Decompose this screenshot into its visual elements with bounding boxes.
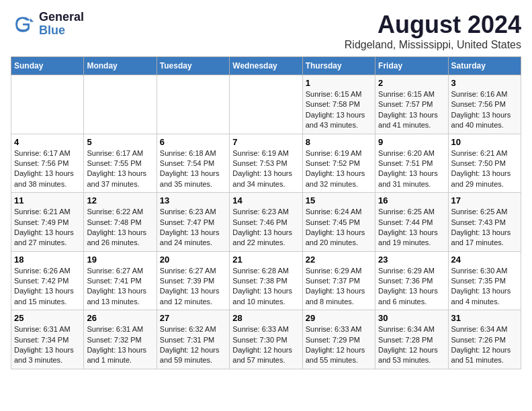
day-number: 25	[14, 313, 81, 323]
day-number: 9	[378, 137, 445, 147]
logo-icon	[11, 12, 35, 36]
day-cell: 19Sunrise: 6:27 AMSunset: 7:41 PMDayligh…	[84, 251, 157, 310]
day-info: Sunrise: 6:34 AMSunset: 7:28 PMDaylight:…	[378, 324, 445, 366]
day-number: 27	[160, 313, 226, 323]
header-tuesday: Tuesday	[157, 57, 229, 75]
week-row-2: 4Sunrise: 6:17 AMSunset: 7:56 PMDaylight…	[11, 134, 521, 193]
day-info: Sunrise: 6:31 AMSunset: 7:34 PMDaylight:…	[14, 324, 81, 366]
header: General Blue August 2024 Ridgeland, Miss…	[11, 11, 521, 51]
day-info: Sunrise: 6:17 AMSunset: 7:56 PMDaylight:…	[14, 148, 81, 190]
day-info: Sunrise: 6:26 AMSunset: 7:42 PMDaylight:…	[14, 266, 81, 308]
day-info: Sunrise: 6:33 AMSunset: 7:30 PMDaylight:…	[232, 324, 299, 366]
header-monday: Monday	[84, 57, 157, 75]
day-cell: 20Sunrise: 6:27 AMSunset: 7:39 PMDayligh…	[157, 251, 229, 310]
day-cell: 28Sunrise: 6:33 AMSunset: 7:30 PMDayligh…	[230, 310, 302, 369]
calendar-table: SundayMondayTuesdayWednesdayThursdayFrid…	[11, 56, 521, 369]
day-number: 24	[451, 255, 518, 265]
title-area: August 2024 Ridgeland, Mississippi, Unit…	[345, 11, 521, 51]
header-wednesday: Wednesday	[230, 57, 302, 75]
day-number: 21	[232, 255, 299, 265]
day-number: 15	[306, 195, 372, 205]
day-number: 6	[160, 137, 226, 147]
day-cell: 14Sunrise: 6:23 AMSunset: 7:46 PMDayligh…	[230, 193, 302, 252]
day-number: 23	[378, 255, 445, 265]
day-info: Sunrise: 6:17 AMSunset: 7:55 PMDaylight:…	[87, 148, 153, 190]
logo: General Blue	[11, 11, 84, 38]
day-number: 5	[87, 137, 153, 147]
day-number: 22	[306, 255, 372, 265]
day-number: 10	[451, 137, 518, 147]
day-cell: 10Sunrise: 6:21 AMSunset: 7:50 PMDayligh…	[448, 134, 521, 193]
day-cell	[84, 75, 157, 134]
day-cell: 1Sunrise: 6:15 AMSunset: 7:58 PMDaylight…	[302, 75, 375, 134]
week-row-5: 25Sunrise: 6:31 AMSunset: 7:34 PMDayligh…	[11, 310, 521, 369]
subtitle: Ridgeland, Mississippi, United States	[345, 39, 521, 51]
day-cell: 4Sunrise: 6:17 AMSunset: 7:56 PMDaylight…	[11, 134, 84, 193]
day-cell: 31Sunrise: 6:34 AMSunset: 7:26 PMDayligh…	[448, 310, 521, 369]
day-number: 11	[14, 195, 81, 205]
day-number: 8	[306, 137, 372, 147]
day-info: Sunrise: 6:22 AMSunset: 7:48 PMDaylight:…	[87, 207, 153, 248]
header-sunday: Sunday	[11, 57, 84, 75]
day-cell: 12Sunrise: 6:22 AMSunset: 7:48 PMDayligh…	[84, 193, 157, 252]
header-thursday: Thursday	[302, 57, 375, 75]
day-cell: 22Sunrise: 6:29 AMSunset: 7:37 PMDayligh…	[302, 251, 375, 310]
day-cell: 30Sunrise: 6:34 AMSunset: 7:28 PMDayligh…	[375, 310, 448, 369]
week-row-4: 18Sunrise: 6:26 AMSunset: 7:42 PMDayligh…	[11, 251, 521, 310]
day-cell: 3Sunrise: 6:16 AMSunset: 7:56 PMDaylight…	[448, 75, 521, 134]
day-info: Sunrise: 6:21 AMSunset: 7:49 PMDaylight:…	[14, 207, 81, 248]
day-cell: 18Sunrise: 6:26 AMSunset: 7:42 PMDayligh…	[11, 251, 84, 310]
day-cell: 2Sunrise: 6:15 AMSunset: 7:57 PMDaylight…	[375, 75, 448, 134]
day-info: Sunrise: 6:30 AMSunset: 7:35 PMDaylight:…	[451, 266, 518, 308]
day-number: 31	[451, 313, 518, 323]
day-cell: 24Sunrise: 6:30 AMSunset: 7:35 PMDayligh…	[448, 251, 521, 310]
day-info: Sunrise: 6:34 AMSunset: 7:26 PMDaylight:…	[451, 324, 518, 366]
day-info: Sunrise: 6:19 AMSunset: 7:52 PMDaylight:…	[306, 148, 372, 190]
day-cell: 23Sunrise: 6:29 AMSunset: 7:36 PMDayligh…	[375, 251, 448, 310]
day-number: 12	[87, 195, 153, 205]
day-info: Sunrise: 6:27 AMSunset: 7:41 PMDaylight:…	[87, 266, 153, 308]
day-number: 28	[232, 313, 299, 323]
day-info: Sunrise: 6:28 AMSunset: 7:38 PMDaylight:…	[232, 266, 299, 308]
day-cell: 27Sunrise: 6:32 AMSunset: 7:31 PMDayligh…	[157, 310, 229, 369]
day-info: Sunrise: 6:24 AMSunset: 7:45 PMDaylight:…	[306, 207, 372, 248]
day-cell	[157, 75, 229, 134]
day-cell: 6Sunrise: 6:18 AMSunset: 7:54 PMDaylight…	[157, 134, 229, 193]
day-cell: 26Sunrise: 6:31 AMSunset: 7:32 PMDayligh…	[84, 310, 157, 369]
day-info: Sunrise: 6:33 AMSunset: 7:29 PMDaylight:…	[306, 324, 372, 366]
day-number: 18	[14, 255, 81, 265]
day-info: Sunrise: 6:19 AMSunset: 7:53 PMDaylight:…	[232, 148, 299, 190]
day-cell: 21Sunrise: 6:28 AMSunset: 7:38 PMDayligh…	[230, 251, 302, 310]
day-cell: 5Sunrise: 6:17 AMSunset: 7:55 PMDaylight…	[84, 134, 157, 193]
day-info: Sunrise: 6:23 AMSunset: 7:47 PMDaylight:…	[160, 207, 226, 248]
day-info: Sunrise: 6:18 AMSunset: 7:54 PMDaylight:…	[160, 148, 226, 190]
day-number: 14	[232, 195, 299, 205]
logo-line1: General	[39, 11, 84, 24]
day-info: Sunrise: 6:15 AMSunset: 7:58 PMDaylight:…	[306, 89, 372, 131]
day-info: Sunrise: 6:32 AMSunset: 7:31 PMDaylight:…	[160, 324, 226, 366]
day-number: 2	[378, 78, 445, 88]
day-number: 29	[306, 313, 372, 323]
day-number: 13	[160, 195, 226, 205]
day-info: Sunrise: 6:25 AMSunset: 7:44 PMDaylight:…	[378, 207, 445, 248]
day-info: Sunrise: 6:29 AMSunset: 7:37 PMDaylight:…	[306, 266, 372, 308]
day-info: Sunrise: 6:25 AMSunset: 7:43 PMDaylight:…	[451, 207, 518, 248]
day-cell: 29Sunrise: 6:33 AMSunset: 7:29 PMDayligh…	[302, 310, 375, 369]
week-row-1: 1Sunrise: 6:15 AMSunset: 7:58 PMDaylight…	[11, 75, 521, 134]
day-cell: 17Sunrise: 6:25 AMSunset: 7:43 PMDayligh…	[448, 193, 521, 252]
day-number: 1	[306, 78, 372, 88]
day-info: Sunrise: 6:16 AMSunset: 7:56 PMDaylight:…	[451, 89, 518, 131]
day-info: Sunrise: 6:27 AMSunset: 7:39 PMDaylight:…	[160, 266, 226, 308]
day-number: 30	[378, 313, 445, 323]
logo-line2: Blue	[39, 24, 84, 38]
day-cell: 8Sunrise: 6:19 AMSunset: 7:52 PMDaylight…	[302, 134, 375, 193]
main-title: August 2024	[345, 11, 521, 39]
day-cell: 15Sunrise: 6:24 AMSunset: 7:45 PMDayligh…	[302, 193, 375, 252]
week-row-3: 11Sunrise: 6:21 AMSunset: 7:49 PMDayligh…	[11, 193, 521, 252]
day-cell: 25Sunrise: 6:31 AMSunset: 7:34 PMDayligh…	[11, 310, 84, 369]
day-info: Sunrise: 6:29 AMSunset: 7:36 PMDaylight:…	[378, 266, 445, 308]
day-number: 7	[232, 137, 299, 147]
day-info: Sunrise: 6:31 AMSunset: 7:32 PMDaylight:…	[87, 324, 153, 366]
day-cell	[230, 75, 302, 134]
day-number: 20	[160, 255, 226, 265]
